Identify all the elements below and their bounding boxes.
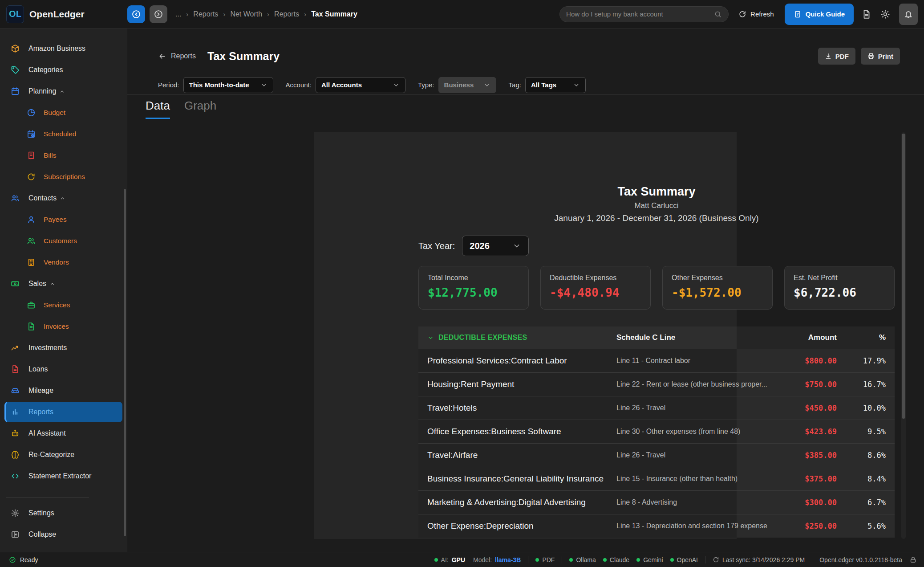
pie-icon [27,108,36,117]
breadcrumb-item-reports[interactable]: Reports [193,10,218,18]
breadcrumb-item-net-worth[interactable]: Net Worth [230,10,262,18]
tax-year-select[interactable]: 2026 [462,236,529,256]
bot-icon [11,429,20,438]
sidebar-item-re-categorize[interactable]: Re-Categorize [4,445,122,465]
chevron-up-icon [49,281,55,287]
notifications-button[interactable] [899,4,918,25]
tag-select[interactable]: All Tags [525,77,586,93]
sidebar-item-ai-assistant[interactable]: AI Assistant [4,423,122,444]
breadcrumb-separator: › [267,10,269,18]
building-icon [27,258,36,267]
search-input[interactable] [566,10,714,18]
summary-cards: Total Income$12,775.00Deductible Expense… [418,266,895,310]
sidebar-item-invoices[interactable]: Invoices [4,316,122,337]
column-header-percent: % [837,333,886,342]
sidebar-item-label: Scheduled [44,130,76,138]
sidebar-item-label: Services [44,301,70,309]
sidebar-scrollbar[interactable] [124,189,126,536]
account-select[interactable]: All Accounts [316,77,405,93]
sidebar-item-subscriptions[interactable]: Subscriptions [4,167,122,187]
sidebar-item-amazon-business[interactable]: Amazon Business [4,38,122,59]
type-value: Business [444,81,474,89]
row-amount: $375.00 [794,474,837,483]
sidebar-item-payees[interactable]: Payees [4,209,122,230]
provider-label: OpenAI [677,556,698,563]
report-content: Tax Summary Matt Carlucci January 1, 202… [418,132,895,539]
card-value: $6,722.06 [794,286,885,299]
table-row[interactable]: Other Expense:DepreciationLine 13 - Depr… [418,514,895,538]
quick-guide-button[interactable]: Quick Guide [785,4,854,25]
sidebar-item-sales[interactable]: Sales [4,273,122,294]
chevron-up-icon [59,89,65,94]
sidebar-item-budget[interactable]: Budget [4,102,122,123]
report-scrollbar[interactable] [902,134,905,419]
back-to-reports-link[interactable]: Reports [158,52,196,61]
breadcrumb-item-reports[interactable]: Reports [274,10,299,18]
search-box [559,6,729,22]
breadcrumb-item-tax-summary[interactable]: Tax Summary [311,10,357,18]
pdf-status: PDF [535,556,555,563]
sidebar-item-label: Budget [44,109,65,117]
file-icon [11,365,20,374]
chevron-down-icon [512,241,521,250]
table-row[interactable]: Housing:Rent PaymentLine 22 - Rent or le… [418,372,895,396]
status-dot [569,558,573,562]
sidebar-item-collapse[interactable]: Collapse [4,524,122,545]
filter-bar: Period: This Month-to-date Account: All … [127,75,924,95]
breadcrumb-item-[interactable]: ... [175,10,181,18]
print-button[interactable]: Print [861,48,900,65]
row-category: Other Expense:Depreciation [427,521,616,531]
table-row[interactable]: Marketing & Advertising:Digital Advertis… [418,490,895,514]
sidebar-item-label: Subscriptions [44,173,85,181]
card-value: -$4,480.94 [550,286,641,299]
row-schedule-line: Line 11 - Contract labor [616,357,794,365]
refresh-icon [27,172,36,181]
sidebar-item-vendors[interactable]: Vendors [4,252,122,273]
top-bar: OL OpenLedger ...›Reports›Net Worth›Repo… [0,0,924,29]
row-amount: $300.00 [794,498,837,507]
sidebar-item-loans[interactable]: Loans [4,359,122,379]
forward-button[interactable] [150,5,167,23]
sidebar-item-categories[interactable]: Categories [4,60,122,80]
row-schedule-line: Line 15 - Insurance (other than health) [616,475,794,483]
sidebar-item-customers[interactable]: Customers [4,231,122,251]
sidebar-item-scheduled[interactable]: Scheduled [4,124,122,144]
ai-label: AI: [441,556,449,563]
table-row[interactable]: Business Insurance:General Liability Ins… [418,467,895,490]
table-body: Professional Services:Contract LaborLine… [418,349,895,538]
row-category: Housing:Rent Payment [427,379,616,389]
section-toggle[interactable]: DEDUCTIBLE EXPENSES [427,334,616,342]
refresh-button[interactable]: Refresh [738,10,774,18]
sidebar-item-bills[interactable]: Bills [4,145,122,166]
sidebar-item-reports[interactable]: Reports [4,402,122,422]
ready-status: Ready [9,556,38,563]
sidebar: Amazon BusinessCategoriesPlanningBudgetS… [0,29,127,552]
chevron-down-icon [260,82,267,89]
sidebar-item-mileage[interactable]: Mileage [4,380,122,401]
tag-value: All Tags [531,81,556,89]
sidebar-item-statement-extractor[interactable]: Statement Extractor [4,466,122,486]
sidebar-item-settings[interactable]: Settings [4,503,122,523]
table-row[interactable]: Office Expenses:Business SoftwareLine 30… [418,420,895,443]
sidebar-item-label: Reports [28,408,53,416]
status-dot [636,558,640,562]
table-row[interactable]: Travel:AirfareLine 26 - Travel$385.008.6… [418,443,895,467]
back-button[interactable] [127,5,145,23]
pdf-button[interactable]: PDF [818,48,855,65]
theme-toggle-button[interactable] [880,9,890,19]
sidebar-item-investments[interactable]: Investments [4,338,122,358]
table-row[interactable]: Travel:HotelsLine 26 - Travel$450.0010.0… [418,396,895,420]
sidebar-item-contacts[interactable]: Contacts [4,188,122,208]
period-select[interactable]: This Month-to-date [183,77,273,93]
status-dot [670,558,674,562]
tab-graph[interactable]: Graph [184,99,216,119]
last-sync-status: Last sync: 3/14/2026 2:29 PM [713,556,805,563]
document-button[interactable] [862,9,871,19]
summary-card-other-expenses: Other Expenses-$1,572.00 [662,266,773,310]
sidebar-item-services[interactable]: Services [4,295,122,315]
table-row[interactable]: Professional Services:Contract LaborLine… [418,349,895,372]
page-title: Tax Summary [207,50,280,63]
sidebar-item-planning[interactable]: Planning [4,81,122,102]
model-label: Model: [473,556,492,563]
tab-data[interactable]: Data [146,99,170,119]
